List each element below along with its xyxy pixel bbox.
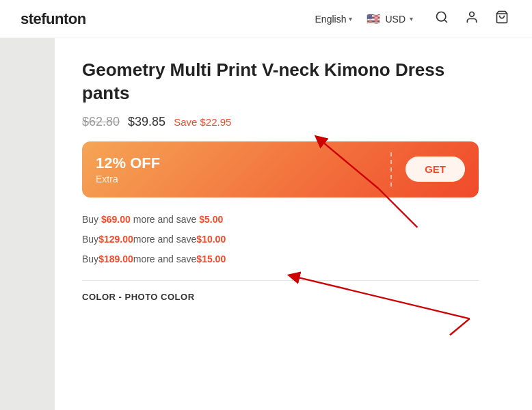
cart-button[interactable]: [492, 8, 511, 30]
svg-point-2: [470, 12, 475, 17]
search-icon: [435, 10, 449, 24]
header-nav: English ▾ 🇺🇸 USD ▾: [315, 8, 511, 30]
lang-chevron-icon: ▾: [349, 15, 352, 23]
volume-amount-3: $189.00: [98, 254, 133, 264]
price-row: $62.80 $39.85 Save $22.95: [82, 115, 505, 129]
main-wrapper: Geometry Multi Print V-neck Kimono Dress…: [0, 38, 532, 410]
sale-price: $39.85: [128, 115, 165, 129]
language-selector[interactable]: English ▾: [315, 14, 353, 25]
account-icon: [465, 10, 479, 24]
account-button[interactable]: [462, 8, 481, 30]
content-area: Geometry Multi Print V-neck Kimono Dress…: [55, 38, 532, 410]
volume-amount-2: $129.00: [98, 234, 133, 245]
volume-row-3: Buy$189.00more and save$15.00: [82, 252, 451, 266]
coupon-get-button[interactable]: GET: [405, 156, 465, 182]
color-label: COLOR - PHOTO COLOR: [82, 292, 505, 302]
save-badge: Save $22.95: [174, 116, 231, 128]
volume-save-1: $5.00: [199, 214, 223, 225]
volume-save-3: $15.00: [196, 254, 226, 264]
language-label: English: [315, 14, 347, 25]
logo: stefunton: [21, 10, 86, 28]
coupon-divider: [390, 152, 392, 187]
volume-discounts: Buy $69.00 more and save $5.00 Buy$129.0…: [82, 213, 451, 266]
cart-icon: [495, 10, 509, 24]
currency-label: USD: [385, 14, 405, 25]
svg-line-1: [444, 20, 447, 23]
coupon-extra: Extra: [96, 174, 377, 184]
coupon-banner: 12% OFF Extra GET: [82, 141, 479, 197]
flag-icon: 🇺🇸: [366, 14, 381, 24]
section-divider: [82, 280, 479, 281]
svg-line-10: [450, 318, 470, 335]
header: stefunton English ▾ 🇺🇸 USD ▾: [0, 0, 532, 38]
original-price: $62.80: [82, 115, 120, 129]
product-title: Geometry Multi Print V-neck Kimono Dress…: [82, 59, 451, 105]
volume-row-2: Buy$129.00more and save$10.00: [82, 232, 451, 247]
volume-row-1: Buy $69.00 more and save $5.00: [82, 213, 451, 227]
currency-chevron-icon: ▾: [410, 15, 413, 23]
sidebar: [0, 38, 55, 410]
coupon-discount: 12% OFF: [96, 154, 377, 172]
currency-selector[interactable]: 🇺🇸 USD ▾: [366, 14, 413, 25]
search-button[interactable]: [432, 8, 451, 30]
coupon-left: 12% OFF Extra: [96, 154, 377, 184]
volume-amount-1: $69.00: [101, 214, 131, 225]
header-icons: [432, 8, 511, 30]
volume-save-2: $10.00: [196, 234, 226, 245]
